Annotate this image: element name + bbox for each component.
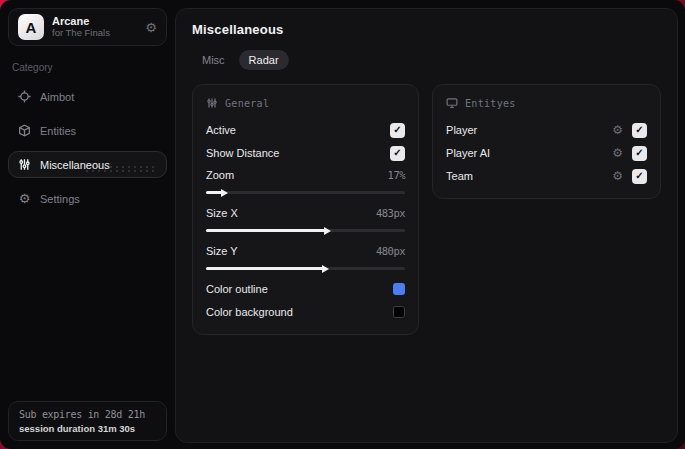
entities-panel-title: Entityes <box>465 98 516 109</box>
sidebar-item-label: Aimbot <box>40 91 74 103</box>
entity-controls <box>612 123 647 138</box>
color-outline-swatch[interactable] <box>393 283 405 295</box>
general-panel: General Active Show Distance Zoom 17% <box>192 84 419 335</box>
color-label: Color background <box>206 306 293 318</box>
toggle-row-active: Active <box>206 119 405 141</box>
entity-row-team: Team <box>446 165 647 187</box>
slider-label-row: Size Y 480px <box>206 240 405 262</box>
toggle-label: Show Distance <box>206 147 279 159</box>
slider-label-row: Zoom 17% <box>206 164 405 186</box>
monitor-icon <box>446 97 458 109</box>
show-distance-checkbox[interactable] <box>390 146 405 161</box>
tab-misc[interactable]: Misc <box>192 50 235 70</box>
slider-label-row: Size X 483px <box>206 202 405 224</box>
slider-label: Size X <box>206 207 238 219</box>
entity-controls <box>612 169 647 184</box>
size-y-slider-block: Size Y 480px <box>206 240 405 270</box>
entities-panel: Entityes Player Player AI <box>432 84 661 199</box>
brand-subtitle: for The Finals <box>52 28 110 39</box>
slider-label: Size Y <box>206 245 238 257</box>
sidebar-nav: Aimbot Entities Miscellaneous Settings <box>8 83 167 212</box>
toggle-row-show-distance: Show Distance <box>206 142 405 164</box>
entity-label: Player AI <box>446 147 490 159</box>
toggle-label: Active <box>206 124 236 136</box>
entity-row-player: Player <box>446 119 647 141</box>
cube-icon <box>18 124 31 137</box>
tab-radar[interactable]: Radar <box>239 50 289 70</box>
size-y-slider[interactable] <box>206 267 405 270</box>
session-duration-text: session duration 31m 30s <box>19 423 156 434</box>
sliders-icon <box>206 97 218 109</box>
main-panel: Miscellaneous Misc Radar General Active <box>175 8 678 443</box>
player-checkbox[interactable] <box>632 123 647 138</box>
entity-label: Player <box>446 124 477 136</box>
sub-expiry-text: Sub expires in 28d 21h <box>19 409 156 420</box>
crosshair-icon <box>18 90 31 103</box>
sidebar-item-miscellaneous[interactable]: Miscellaneous <box>8 151 167 178</box>
page-title: Miscellaneous <box>192 22 661 37</box>
active-checkbox[interactable] <box>390 123 405 138</box>
app-window: A Arcane for The Finals Category Aimbot … <box>0 0 685 449</box>
color-label: Color outline <box>206 283 268 295</box>
size-x-slider-block: Size X 483px <box>206 202 405 232</box>
gear-icon <box>18 192 31 205</box>
entity-controls <box>612 146 647 161</box>
slider-label: Zoom <box>206 169 234 181</box>
brand-card: A Arcane for The Finals <box>8 8 167 46</box>
gear-icon[interactable] <box>145 20 157 35</box>
gear-icon[interactable] <box>612 124 623 136</box>
color-background-swatch[interactable] <box>393 306 405 318</box>
general-panel-title: General <box>225 98 269 109</box>
subscription-card: Sub expires in 28d 21h session duration … <box>8 401 167 441</box>
entity-row-player-ai: Player AI <box>446 142 647 164</box>
slider-value: 483px <box>376 207 405 219</box>
slider-fill[interactable] <box>206 267 323 270</box>
zoom-slider[interactable] <box>206 191 405 194</box>
sidebar-item-aimbot[interactable]: Aimbot <box>8 83 167 110</box>
slider-fill[interactable] <box>206 229 325 232</box>
gear-icon[interactable] <box>612 147 623 159</box>
zoom-slider-block: Zoom 17% <box>206 164 405 194</box>
entity-label: Team <box>446 170 473 182</box>
player-ai-checkbox[interactable] <box>632 146 647 161</box>
sidebar-item-entities[interactable]: Entities <box>8 117 167 144</box>
size-x-slider[interactable] <box>206 229 405 232</box>
brand-title: Arcane <box>52 15 110 28</box>
gear-icon[interactable] <box>612 170 623 182</box>
sliders-icon <box>18 158 31 171</box>
team-checkbox[interactable] <box>632 169 647 184</box>
color-outline-row: Color outline <box>206 278 405 300</box>
tab-bar: Misc Radar <box>192 50 661 70</box>
category-label: Category <box>12 62 163 73</box>
sidebar: A Arcane for The Finals Category Aimbot … <box>0 0 175 449</box>
app-logo: A <box>18 14 44 40</box>
general-panel-header: General <box>206 97 405 109</box>
slider-fill[interactable] <box>206 191 222 194</box>
color-background-row: Color background <box>206 301 405 323</box>
sidebar-item-label: Entities <box>40 125 76 137</box>
entities-panel-header: Entityes <box>446 97 647 109</box>
sidebar-item-settings[interactable]: Settings <box>8 185 167 212</box>
panels-row: General Active Show Distance Zoom 17% <box>192 84 661 335</box>
brand-text: Arcane for The Finals <box>52 15 110 39</box>
slider-value: 17% <box>388 169 405 181</box>
slider-value: 480px <box>376 245 405 257</box>
sidebar-item-label: Settings <box>40 193 80 205</box>
sidebar-item-label: Miscellaneous <box>40 159 110 171</box>
